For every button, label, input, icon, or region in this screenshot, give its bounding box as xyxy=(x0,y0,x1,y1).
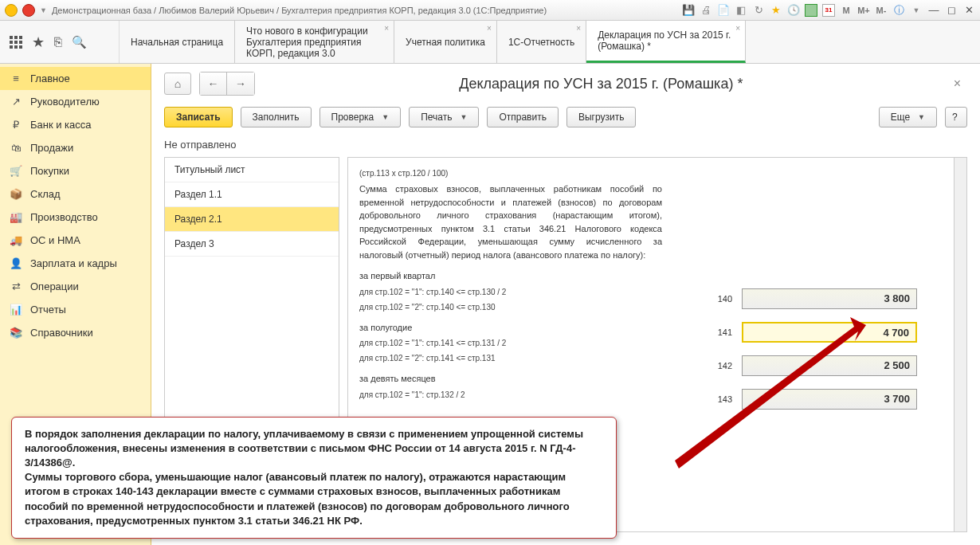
sidebar-item-label: Главное xyxy=(30,73,70,84)
bag-icon: 🛍 xyxy=(10,142,22,154)
star-icon[interactable]: ★ xyxy=(32,33,45,51)
sidebar-item-reports[interactable]: 📊Отчеты xyxy=(0,298,151,321)
sidebar-item-production[interactable]: 🏭Производство xyxy=(0,206,151,229)
sidebar-item-label: Руководителю xyxy=(30,96,100,108)
sidebar-item-refs[interactable]: 📚Справочники xyxy=(0,321,151,344)
hint: для стр.102 = "2": стр.141 <= стр.131 xyxy=(359,352,662,364)
tab-close-icon[interactable]: × xyxy=(384,24,389,33)
page-close-icon[interactable]: × xyxy=(947,76,967,91)
open-tabs: Начальная страница Что нового в конфигур… xyxy=(120,21,980,63)
history-icon[interactable]: 🕓 xyxy=(787,4,800,17)
quarter-1-label: за первый квартал xyxy=(359,269,662,283)
section-1-1[interactable]: Раздел 1.1 xyxy=(165,182,339,207)
tab-policy[interactable]: Учетная политика× xyxy=(394,21,497,63)
sidebar-item-label: Склад xyxy=(30,188,61,200)
tab-home[interactable]: Начальная страница xyxy=(120,21,235,63)
tab-whatsnew[interactable]: Что нового в конфигурации Бухгалтерия пр… xyxy=(235,21,394,63)
print-button[interactable]: Печать▼ xyxy=(409,107,479,127)
sidebar-item-sales[interactable]: 🛍Продажи xyxy=(0,136,151,159)
tab-reporting[interactable]: 1С-Отчетность× xyxy=(497,21,586,63)
logo-red-icon xyxy=(22,4,35,17)
fill-button[interactable]: Заполнить xyxy=(241,107,312,127)
close-icon[interactable]: ✕ xyxy=(962,4,975,17)
status-text: Не отправлено xyxy=(151,135,980,157)
field-140-input[interactable]: 3 800 xyxy=(742,288,917,309)
section-title[interactable]: Титульный лист xyxy=(165,158,339,182)
sidebar-item-label: ОС и НМА xyxy=(30,234,80,246)
print-icon[interactable]: 🖨 xyxy=(700,4,712,17)
scrollbar[interactable] xyxy=(954,158,966,531)
refresh-icon[interactable]: ↻ xyxy=(752,4,765,17)
calendar-icon[interactable]: 31 xyxy=(822,4,835,17)
field-code: 141 xyxy=(700,327,732,337)
factory-icon: 🏭 xyxy=(10,211,22,223)
tab-close-icon[interactable]: × xyxy=(735,24,740,33)
hint: для стр.102 = "1": стр.140 <= стр.130 / … xyxy=(359,286,662,298)
minimize-icon[interactable]: — xyxy=(927,4,940,17)
window-title: Демонстрационная база / Любимов Валерий … xyxy=(52,6,677,15)
pin-icon[interactable]: ⎘ xyxy=(54,35,62,49)
sidebar-item-main[interactable]: ≡Главное xyxy=(0,67,151,90)
home-button[interactable]: ⌂ xyxy=(164,73,191,95)
export-button[interactable]: Выгрузить xyxy=(566,107,637,127)
sidebar-item-warehouse[interactable]: 📦Склад xyxy=(0,182,151,206)
dropdown-icon[interactable]: ▼ xyxy=(40,6,47,14)
tabs-bar: ★ ⎘ 🔍 Начальная страница Что нового в ко… xyxy=(0,21,980,64)
m-minus-icon[interactable]: M- xyxy=(875,4,888,17)
field-row-140: 1403 800 xyxy=(678,288,917,309)
section-2-1[interactable]: Раздел 2.1 xyxy=(165,207,339,232)
m-icon[interactable]: M xyxy=(840,4,853,17)
forward-button[interactable]: → xyxy=(227,73,254,95)
help-button[interactable]: ? xyxy=(945,107,967,127)
field-code: 143 xyxy=(700,394,732,404)
section-3[interactable]: Раздел 3 xyxy=(165,232,339,257)
books-icon: 📚 xyxy=(10,327,22,339)
maximize-icon[interactable]: ◻ xyxy=(945,4,958,17)
favorite-icon[interactable]: ★ xyxy=(770,4,782,17)
page-title: Декларация по УСН за 2015 г. (Ромашка) * xyxy=(263,76,939,92)
sidebar-item-label: Операции xyxy=(30,280,79,292)
save-icon[interactable]: 💾 xyxy=(682,4,695,17)
box-icon: 📦 xyxy=(10,188,22,200)
content-header: ⌂ ← → Декларация по УСН за 2015 г. (Рома… xyxy=(151,64,980,104)
field-143-input[interactable]: 3 700 xyxy=(742,389,917,410)
hint: для стр.102 = "2": стр.140 <= стр.130 xyxy=(359,301,662,313)
tab-declaration[interactable]: Декларация по УСН за 2015 г. (Ромашка) *… xyxy=(586,21,746,63)
bars-icon: 📊 xyxy=(10,304,22,316)
compare-icon[interactable]: ◧ xyxy=(735,4,747,17)
search-icon[interactable]: 🔍 xyxy=(72,35,87,49)
apps-icon[interactable] xyxy=(10,36,22,49)
back-button[interactable]: ← xyxy=(200,73,227,95)
dropdown2-icon[interactable]: ▼ xyxy=(910,4,923,17)
m-plus-icon[interactable]: M+ xyxy=(857,4,870,17)
sidebar-item-label: Отчеты xyxy=(30,304,66,316)
info-icon[interactable]: ⓘ xyxy=(892,4,905,17)
doc-icon[interactable]: 📄 xyxy=(717,4,730,17)
tab-close-icon[interactable]: × xyxy=(576,24,581,33)
sidebar-item-assets[interactable]: 🚚ОС и НМА xyxy=(0,229,151,252)
tabs-left-tools: ★ ⎘ 🔍 xyxy=(0,21,120,63)
chevron-down-icon: ▼ xyxy=(918,113,925,121)
more-button[interactable]: Еще▼ xyxy=(879,107,937,127)
field-code: 140 xyxy=(700,294,732,304)
write-button[interactable]: Записать xyxy=(164,107,233,127)
sidebar-item-label: Производство xyxy=(30,211,98,223)
tab-close-icon[interactable]: × xyxy=(487,24,492,33)
swap-icon: ⇄ xyxy=(10,280,22,292)
field-row-142: 1422 500 xyxy=(678,355,917,376)
calc-icon[interactable] xyxy=(805,4,817,17)
field-row-143: 1433 700 xyxy=(678,389,917,410)
quarter-2-label: за полугодие xyxy=(359,321,662,335)
fields-column: 1403 800 1414 700 1422 500 1433 700 xyxy=(678,164,917,525)
field-141-input[interactable]: 4 700 xyxy=(742,322,917,343)
sidebar-item-bank[interactable]: ₽Банк и касса xyxy=(0,113,151,136)
send-button[interactable]: Отправить xyxy=(487,107,559,127)
sidebar-item-manager[interactable]: ↗Руководителю xyxy=(0,90,151,113)
sidebar-item-purchases[interactable]: 🛒Покупки xyxy=(0,159,151,182)
sidebar-item-payroll[interactable]: 👤Зарплата и кадры xyxy=(0,252,151,275)
formula-hint: (стр.113 х стр.120 / 100) xyxy=(359,167,662,179)
check-button[interactable]: Проверка▼ xyxy=(319,107,402,127)
sidebar-item-operations[interactable]: ⇄Операции xyxy=(0,275,151,298)
field-142-input[interactable]: 2 500 xyxy=(742,355,917,376)
hint: для стр.102 = "1": стр.132 / 2 xyxy=(359,389,662,401)
